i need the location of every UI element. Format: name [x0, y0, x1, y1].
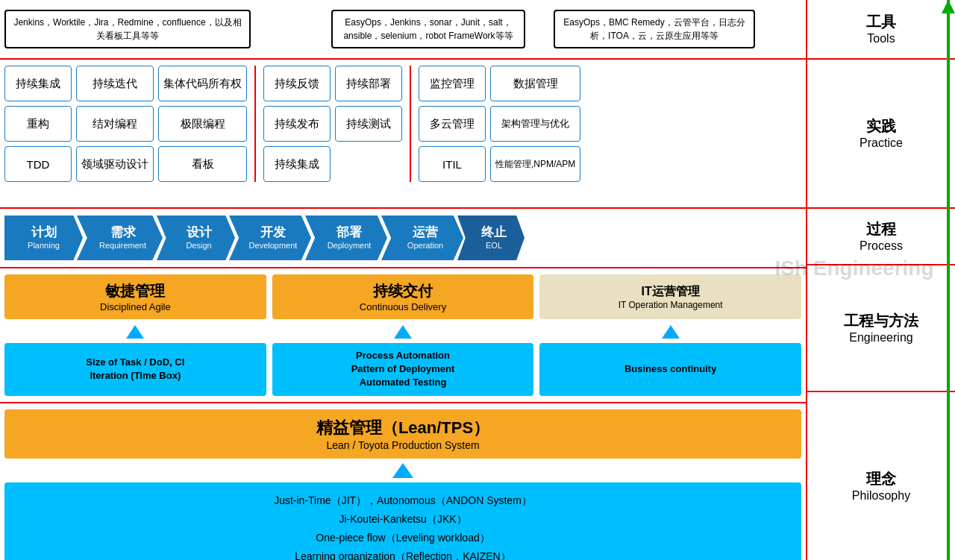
practice-cell: 持续迭代 — [76, 66, 154, 101]
practice-cell: 集体代码所有权 — [158, 66, 247, 101]
practice-cell: 持续发布 — [263, 106, 331, 142]
practice-cell: 持续测试 — [335, 106, 402, 142]
practice-col-4: 持续反馈 持续发布 持续集成 — [263, 66, 331, 182]
process-arrow-op: 运营 Operation — [381, 215, 463, 260]
engineering-section: 敏捷管理 Disciplined Agile 持续交付 Continuous D… — [0, 268, 806, 403]
engineering-arrows-row — [4, 325, 801, 340]
process-shape-dev: 开发 Development — [229, 215, 311, 260]
eng-main-box-1: 敏捷管理 Disciplined Agile — [4, 274, 266, 319]
eng-main-box-2: 持续交付 Continuous Delivery — [272, 274, 534, 319]
philosophy-sub-box: Just-in-Time（JIT），Autonomous（ANDON Syste… — [4, 482, 801, 560]
practice-cell: 性能管理,NPM/APM — [490, 146, 580, 182]
eng-sub-box-1: Size of Task / DoD, CI Iteration (Time B… — [4, 343, 266, 396]
label-practice: 实践 Practice — [807, 60, 955, 209]
green-arrow — [942, 0, 955, 560]
process-arrow-req: 需求 Requirement — [77, 215, 163, 260]
arrow-col-1 — [4, 325, 266, 340]
process-arrow-planning: 计划 Planning — [4, 215, 83, 260]
practice-grid: 持续集成 重构 TDD 持续迭代 结对编程 领域驱动设计 集体代码所有权 极限编… — [4, 66, 801, 182]
process-shape-op: 运营 Operation — [381, 215, 463, 260]
label-tools: 工具 Tools — [807, 0, 955, 60]
eng-main-box-3: IT运营管理 IT Operation Management — [539, 274, 801, 319]
practice-cell: 多云管理 — [419, 106, 486, 142]
process-shape-planning: 计划 Planning — [4, 215, 83, 260]
vline-2 — [410, 66, 411, 182]
right-labels: 工具 Tools 实践 Practice 过程 Process 工程与方法 En… — [806, 0, 955, 560]
arrow-col-2 — [272, 325, 534, 340]
practice-col-7: 数据管理 架构管理与优化 性能管理,NPM/APM — [490, 66, 580, 182]
arrow-col-3 — [539, 325, 801, 340]
process-shape-deploy: 部署 Deployment — [305, 215, 387, 260]
process-arrow-design: 设计 Design — [157, 215, 235, 260]
up-arrow-2 — [394, 325, 412, 339]
label-engineering: 工程与方法 Engineering — [807, 265, 955, 392]
practice-col-2: 持续迭代 结对编程 领域驱动设计 — [76, 66, 154, 182]
eng-sub-text-2: Process Automation Pattern of Deployment… — [281, 349, 525, 390]
process-shape-eol: 终止 EOL — [457, 215, 525, 260]
engineering-sub-row: Size of Task / DoD, CI Iteration (Time B… — [4, 343, 801, 396]
practice-cell: 架构管理与优化 — [490, 106, 580, 142]
practice-section: 持续集成 重构 TDD 持续迭代 结对编程 领域驱动设计 集体代码所有权 极限编… — [0, 60, 806, 209]
practice-col-1: 持续集成 重构 TDD — [4, 66, 72, 182]
practice-col-5: 持续部署 持续测试 — [335, 66, 402, 182]
eng-sub-text-3: Business continuity — [548, 362, 792, 376]
up-arrow-1 — [126, 325, 144, 339]
practice-cell: 持续部署 — [335, 66, 402, 101]
tools-box-3: EasyOps，BMC Remedy，云管平台，日志分析，ITOA，云，云原生应… — [554, 10, 755, 48]
philosophy-main-zh: 精益管理（Lean/TPS） — [13, 417, 792, 439]
tools-box-1: Jenkins，Worktile，Jira，Redmine，confluence… — [4, 10, 251, 48]
tools-box-2: EasyOps，Jenkins，sonar，Junit，salt，ansible… — [331, 10, 525, 48]
content-area: Jenkins，Worktile，Jira，Redmine，confluence… — [0, 0, 806, 560]
practice-cell: 领域驱动设计 — [76, 146, 154, 182]
vline-1 — [254, 66, 256, 182]
practice-cell: 持续集成 — [263, 146, 331, 182]
eng-sub-box-3: Business continuity — [539, 343, 801, 396]
process-shape-design: 设计 Design — [157, 215, 235, 260]
practice-cell: 极限编程 — [158, 106, 247, 142]
eng-sub-box-2: Process Automation Pattern of Deployment… — [272, 343, 534, 396]
tools-text-1: Jenkins，Worktile，Jira，Redmine，confluence… — [13, 17, 241, 41]
process-arrow-dev: 开发 Development — [229, 215, 311, 260]
practice-cell: 监控管理 — [419, 66, 486, 101]
philosophy-main-box: 精益管理（Lean/TPS） Lean / Toyota Production … — [4, 409, 801, 459]
tools-text-3: EasyOps，BMC Remedy，云管平台，日志分析，ITOA，云，云原生应… — [563, 17, 745, 41]
practice-cell: 看板 — [158, 146, 247, 182]
practice-cell: 重构 — [4, 106, 72, 142]
eng-sub-text-1: Size of Task / DoD, CI Iteration (Time B… — [13, 356, 257, 383]
practice-cell: 数据管理 — [490, 66, 580, 101]
label-philosophy: 理念 Philosophy — [807, 392, 955, 560]
up-arrow-3 — [662, 325, 680, 339]
practice-cell: ITIL — [419, 146, 486, 182]
practice-col-3: 集体代码所有权 极限编程 看板 — [158, 66, 247, 182]
practice-cell: 结对编程 — [76, 106, 154, 142]
philosophy-section: 精益管理（Lean/TPS） Lean / Toyota Production … — [0, 403, 806, 560]
philosophy-main-en: Lean / Toyota Production System — [13, 439, 792, 451]
label-process: 过程 Process — [807, 209, 955, 265]
process-arrow-deploy: 部署 Deployment — [305, 215, 387, 260]
engineering-main-row: 敏捷管理 Disciplined Agile 持续交付 Continuous D… — [4, 274, 801, 319]
green-arrowhead — [942, 0, 955, 13]
philosophy-arrow — [392, 463, 413, 478]
process-shape-req: 需求 Requirement — [77, 215, 163, 260]
process-section: 计划 Planning 需求 Requirement 设计 Design 开发 — [0, 209, 806, 268]
green-line — [947, 0, 950, 560]
tools-text-2: EasyOps，Jenkins，sonar，Junit，salt，ansible… — [343, 17, 513, 41]
practice-cell: 持续反馈 — [263, 66, 331, 101]
tools-section: Jenkins，Worktile，Jira，Redmine，confluence… — [0, 0, 806, 60]
practice-col-6: 监控管理 多云管理 ITIL — [419, 66, 486, 182]
main-container: Jenkins，Worktile，Jira，Redmine，confluence… — [0, 0, 955, 560]
practice-cell: 持续集成 — [4, 66, 72, 101]
practice-cell: TDD — [4, 146, 72, 182]
philosophy-sub-text: Just-in-Time（JIT），Autonomous（ANDON Syste… — [16, 491, 789, 560]
process-arrow-eol: 终止 EOL — [457, 215, 525, 260]
